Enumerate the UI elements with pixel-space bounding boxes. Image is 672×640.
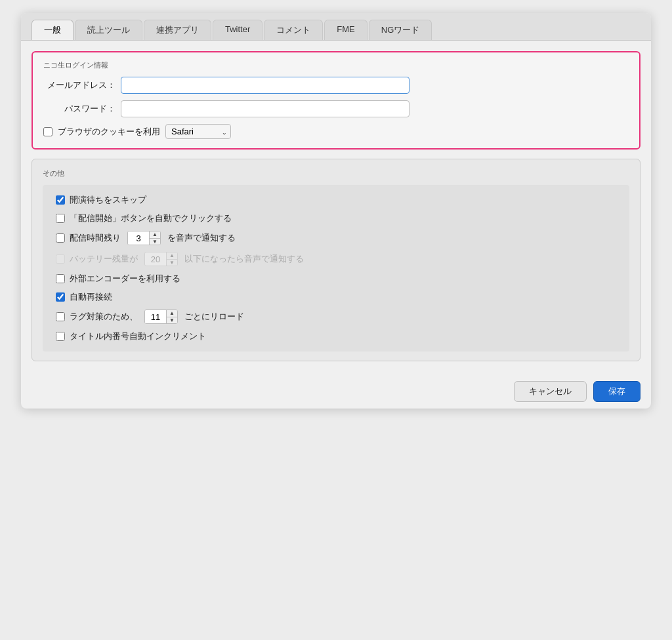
- tab-fme[interactable]: FME: [324, 20, 367, 40]
- time-notify-spinbox: ▲ ▼: [127, 231, 161, 245]
- password-row: パスワード：: [43, 100, 629, 117]
- skip-wait-label: 開演待ちをスキップ: [70, 194, 146, 206]
- battery-notify-row: バッテリー残量が ▲ ▼ 以下になったら音声で通知する: [56, 252, 616, 266]
- battery-down[interactable]: ▼: [167, 260, 177, 267]
- lag-arrows: ▲ ▼: [166, 310, 177, 324]
- tab-bar: 一般 読上ツール 連携アプリ Twitter コメント FME NGワード: [21, 13, 651, 41]
- battery-notify-checkbox[interactable]: [56, 254, 65, 264]
- email-row: メールアドレス：: [43, 77, 629, 94]
- lag-down[interactable]: ▼: [167, 317, 177, 325]
- time-notify-checkbox[interactable]: [56, 233, 65, 243]
- login-section-label: ニコ生ログイン情報: [43, 60, 629, 70]
- lag-reload-checkbox[interactable]: [56, 312, 65, 321]
- email-field[interactable]: [121, 77, 410, 94]
- time-notify-up[interactable]: ▲: [150, 231, 160, 239]
- skip-wait-checkbox[interactable]: [56, 195, 65, 205]
- save-button[interactable]: 保存: [593, 381, 640, 402]
- auto-reconnect-checkbox[interactable]: [56, 292, 65, 302]
- tab-ng-word[interactable]: NGワード: [369, 20, 432, 40]
- lag-reload-prefix: ラグ対策のため、: [70, 311, 138, 323]
- battery-up[interactable]: ▲: [167, 252, 177, 260]
- external-encoder-row: 外部エンコーダーを利用する: [56, 273, 616, 285]
- time-notify-value[interactable]: [128, 231, 149, 245]
- lag-reload-value[interactable]: [145, 310, 166, 323]
- time-notify-arrows: ▲ ▼: [149, 231, 160, 245]
- cookie-label: ブラウザのクッキーを利用: [58, 126, 160, 138]
- password-label: パスワード：: [43, 103, 116, 115]
- battery-spinbox: ▲ ▼: [144, 252, 178, 266]
- auto-click-label: 「配信開始」ボタンを自動でクリックする: [70, 212, 232, 224]
- auto-click-row: 「配信開始」ボタンを自動でクリックする: [56, 212, 616, 224]
- settings-window: 一般 読上ツール 連携アプリ Twitter コメント FME NGワード ニコ…: [21, 13, 651, 409]
- battery-notify-prefix: バッテリー残量が: [70, 253, 138, 265]
- cancel-button[interactable]: キャンセル: [514, 381, 587, 402]
- time-notify-down[interactable]: ▼: [150, 239, 160, 246]
- tab-linked-app[interactable]: 連携アプリ: [144, 20, 211, 40]
- other-section-label: その他: [43, 169, 629, 178]
- password-field[interactable]: [121, 100, 410, 117]
- time-notify-row: 配信時間残り ▲ ▼ を音声で通知する: [56, 231, 616, 245]
- external-encoder-checkbox[interactable]: [56, 274, 65, 283]
- battery-notify-label: 以下になったら音声で通知する: [184, 253, 304, 265]
- auto-click-checkbox[interactable]: [56, 214, 65, 223]
- time-notify-prefix: 配信時間残り: [70, 232, 121, 244]
- lag-spinbox: ▲ ▼: [144, 310, 178, 324]
- lag-reload-row: ラグ対策のため、 ▲ ▼ ごとにリロード: [56, 310, 616, 324]
- cookie-checkbox[interactable]: [43, 127, 52, 136]
- cookie-row: ブラウザのクッキーを利用 Safari Chrome Firefox: [43, 124, 629, 139]
- login-section: ニコ生ログイン情報 メールアドレス： パスワード： ブラウザのクッキーを利用 S…: [32, 51, 640, 150]
- battery-notify-value[interactable]: [145, 252, 166, 266]
- battery-arrows: ▲ ▼: [166, 252, 177, 266]
- auto-reconnect-row: 自動再接続: [56, 291, 616, 303]
- browser-select[interactable]: Safari Chrome Firefox: [165, 124, 231, 139]
- title-increment-row: タイトル内番号自動インクリメント: [56, 330, 616, 342]
- browser-select-wrapper: Safari Chrome Firefox: [165, 124, 231, 139]
- skip-wait-row: 開演待ちをスキップ: [56, 194, 616, 206]
- time-notify-label: を音声で通知する: [167, 232, 236, 244]
- email-label: メールアドレス：: [43, 79, 116, 91]
- tab-twitter[interactable]: Twitter: [213, 20, 262, 40]
- other-inner: 開演待ちをスキップ 「配信開始」ボタンを自動でクリックする 配信時間残り ▲: [43, 185, 629, 351]
- tab-read-tool[interactable]: 読上ツール: [75, 20, 142, 40]
- footer: キャンセル 保存: [21, 372, 651, 409]
- lag-up[interactable]: ▲: [167, 310, 177, 317]
- tab-comment[interactable]: コメント: [264, 20, 323, 40]
- tab-general[interactable]: 一般: [32, 20, 74, 40]
- content-area: ニコ生ログイン情報 メールアドレス： パスワード： ブラウザのクッキーを利用 S…: [21, 41, 651, 372]
- other-section: その他 開演待ちをスキップ 「配信開始」ボタンを自動でクリックする 配信時間残り: [32, 159, 640, 361]
- title-increment-label: タイトル内番号自動インクリメント: [70, 330, 206, 342]
- external-encoder-label: 外部エンコーダーを利用する: [70, 273, 180, 285]
- auto-reconnect-label: 自動再接続: [70, 291, 112, 303]
- title-increment-checkbox[interactable]: [56, 332, 65, 341]
- lag-reload-label: ごとにリロード: [184, 311, 244, 323]
